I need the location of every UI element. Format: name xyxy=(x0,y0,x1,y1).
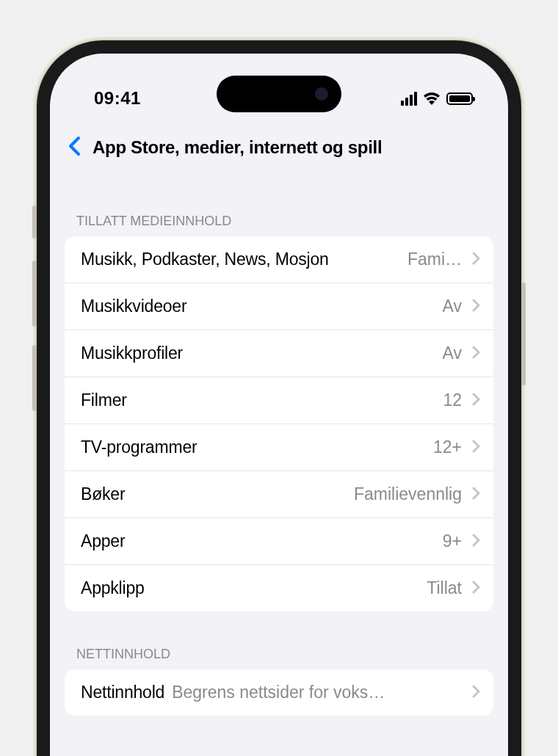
section-header-allowed-media: TILLATT MEDIEINNHOLD xyxy=(50,178,508,236)
row-apps[interactable]: Apper 9+ xyxy=(65,518,493,565)
row-music-videos[interactable]: Musikkvideoer Av xyxy=(65,283,493,330)
row-label: TV-programmer xyxy=(81,437,426,457)
phone-screen: 09:41 xyxy=(50,54,508,756)
section-header-web-content: NETTINNHOLD xyxy=(50,611,508,669)
chevron-right-icon xyxy=(472,685,480,701)
row-label: Nettinnhold xyxy=(81,683,164,702)
row-label: Bøker xyxy=(81,484,347,504)
row-books[interactable]: Bøker Familievennlig xyxy=(65,471,493,518)
row-music-profiles[interactable]: Musikkprofiler Av xyxy=(65,330,493,377)
row-value: Fami… xyxy=(407,250,462,269)
row-music-podcasts-news[interactable]: Musikk, Podkaster, News, Mosjon Fami… xyxy=(65,236,493,283)
row-movies[interactable]: Filmer 12 xyxy=(65,377,493,424)
row-label: Musikk, Podkaster, News, Mosjon xyxy=(81,250,400,269)
chevron-right-icon xyxy=(472,299,480,315)
volume-down-button xyxy=(32,345,37,411)
chevron-right-icon xyxy=(472,440,480,456)
battery-icon xyxy=(446,92,473,105)
chevron-right-icon xyxy=(472,581,480,597)
silence-switch xyxy=(32,206,37,239)
page-title: App Store, medier, internett og spill xyxy=(93,137,382,158)
row-value: Av xyxy=(443,344,462,363)
row-value: Begrens nettsider for voks… xyxy=(172,683,462,702)
row-value: 9+ xyxy=(443,531,462,551)
row-label: Appklipp xyxy=(81,578,419,598)
phone-frame: 09:41 xyxy=(37,40,521,756)
back-button[interactable] xyxy=(65,133,84,162)
row-tv-programs[interactable]: TV-programmer 12+ xyxy=(65,424,493,471)
settings-group-web-content: Nettinnhold Begrens nettsider for voks… xyxy=(65,669,493,716)
row-label: Filmer xyxy=(81,390,435,410)
chevron-right-icon xyxy=(472,487,480,503)
power-button xyxy=(521,283,526,385)
row-value: 12 xyxy=(443,390,462,410)
status-time: 09:41 xyxy=(94,88,141,109)
row-value: Av xyxy=(443,297,462,316)
row-value: Familievennlig xyxy=(354,484,462,504)
chevron-right-icon xyxy=(472,393,480,409)
row-label: Musikkprofiler xyxy=(81,344,435,363)
cellular-icon xyxy=(401,92,417,106)
chevron-right-icon xyxy=(472,346,480,362)
dynamic-island xyxy=(217,76,341,112)
row-web-content[interactable]: Nettinnhold Begrens nettsider for voks… xyxy=(65,669,493,716)
row-value: 12+ xyxy=(433,437,462,457)
status-icons xyxy=(401,92,473,106)
nav-header: App Store, medier, internett og spill xyxy=(50,120,508,178)
row-app-clips[interactable]: Appklipp Tillat xyxy=(65,565,493,611)
settings-group-allowed-media: Musikk, Podkaster, News, Mosjon Fami… Mu… xyxy=(65,236,493,611)
row-label: Apper xyxy=(81,531,435,551)
volume-up-button xyxy=(32,261,37,327)
chevron-right-icon xyxy=(472,534,480,550)
chevron-right-icon xyxy=(472,252,480,268)
row-label: Musikkvideoer xyxy=(81,297,435,316)
row-value: Tillat xyxy=(427,578,462,598)
wifi-icon xyxy=(423,92,441,105)
